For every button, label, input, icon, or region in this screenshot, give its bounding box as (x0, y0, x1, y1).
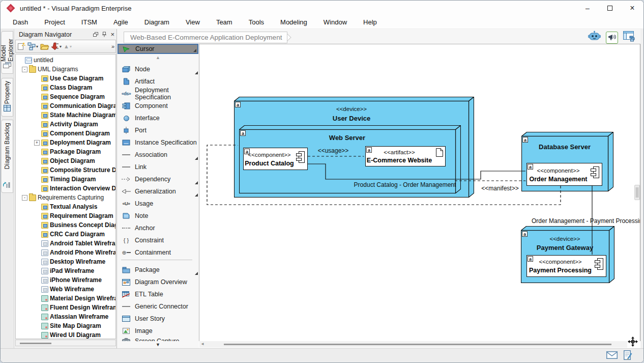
splitter-grip[interactable] (634, 185, 640, 200)
tree-item[interactable]: Requirement Diagram (16, 211, 115, 220)
menu-item[interactable]: Tools (241, 18, 272, 26)
tab-property[interactable]: Property (1, 78, 13, 117)
tool-user-story[interactable]: User Story (117, 313, 199, 325)
tree-toggle[interactable] (34, 122, 40, 127)
maximize-button[interactable] (599, 1, 621, 16)
menu-item[interactable]: Window (315, 18, 355, 26)
tool-generalization[interactable]: Generalization (117, 185, 199, 198)
tree-toggle[interactable] (34, 177, 40, 182)
toolbox-scroll-up[interactable]: ▲ (117, 55, 199, 60)
tool-cursor[interactable]: Cursor (118, 44, 198, 54)
announcement-icon[interactable] (606, 32, 618, 44)
mail-icon[interactable] (606, 351, 618, 361)
tree-item[interactable]: + Deployment Diagram (16, 138, 115, 147)
close-icon[interactable]: × (110, 32, 114, 37)
node-payment-processing[interactable]: a <<component>> Payment Processing (526, 255, 606, 277)
tree-toggle[interactable] (34, 94, 40, 100)
tree-toggle[interactable] (34, 85, 40, 91)
tool-etl-table[interactable]: ETL Table (117, 288, 199, 300)
tool-generic-connector[interactable]: Generic Connector (117, 300, 199, 313)
menu-item[interactable]: Dash (5, 18, 36, 26)
tree-horizontal-scrollbar[interactable] (15, 340, 116, 346)
menu-item[interactable]: Help (355, 18, 385, 26)
tool-containment[interactable]: ⊕ Containment (117, 246, 199, 259)
menu-item[interactable]: Agile (105, 18, 136, 26)
tool-deployment-specification[interactable]: «ds» Deployment Specification (117, 88, 199, 100)
tree-toggle[interactable] (18, 58, 23, 63)
menu-item[interactable]: ITSM (73, 18, 105, 26)
tree-item[interactable]: Interaction Overview Diagram (16, 184, 115, 193)
tree-toggle[interactable] (34, 332, 40, 338)
float-icon[interactable] (93, 32, 98, 37)
toolbar-overflow-icon[interactable]: » (111, 43, 114, 49)
tool-instance-specification[interactable]: Instance Specification (117, 136, 199, 149)
tree-item[interactable]: Android Tablet Wireframe (16, 239, 115, 248)
tree-item[interactable]: Wired UI Diagram (16, 330, 115, 339)
node-product-catalog[interactable]: a <<component>> Product Catalog (243, 148, 308, 170)
tool-usage[interactable]: «U» Usage (117, 198, 199, 210)
tree-toggle[interactable] (34, 314, 40, 320)
tree-toggle[interactable]: - (22, 195, 27, 201)
tree-toggle[interactable] (34, 305, 40, 311)
tree-toggle[interactable] (34, 103, 40, 109)
tree-toggle[interactable] (34, 296, 40, 301)
tree-item[interactable]: iPad Wireframe (16, 266, 115, 275)
tree-item[interactable]: iPhone Wireframe (16, 275, 115, 285)
sort-az-icon[interactable]: ▾ (51, 42, 62, 50)
tool-diagram-overview[interactable]: Diagram Overview (117, 276, 199, 288)
tool-component[interactable]: Component (117, 100, 199, 112)
tree-item[interactable]: Fluent Design Wireframe (16, 303, 115, 312)
tree-toggle[interactable] (34, 222, 40, 228)
tool-note[interactable]: Note (117, 210, 199, 222)
tree-item[interactable]: Use Case Diagram (16, 74, 115, 83)
tree-toggle[interactable]: - (22, 67, 27, 72)
menu-item[interactable]: Project (36, 18, 73, 26)
tree-item[interactable]: Business Concept Diagram (16, 220, 115, 230)
tree-item[interactable]: Site Map Diagram (16, 321, 115, 330)
tree-toggle[interactable] (34, 113, 40, 118)
tree-toggle[interactable] (34, 158, 40, 164)
toolbox-scroll-down[interactable]: ▼ (117, 341, 199, 348)
tree-toggle[interactable] (34, 213, 40, 219)
tree-item[interactable]: Sequence Diagram (16, 92, 115, 101)
menu-item[interactable]: View (178, 18, 208, 26)
document-edit-icon[interactable] (624, 350, 632, 362)
tool-interface[interactable]: Interface (117, 112, 199, 124)
assistant-robot-icon[interactable] (588, 31, 601, 44)
menu-item[interactable]: Diagram (136, 18, 178, 26)
tool-dependency[interactable]: Dependency (117, 173, 199, 185)
tool-association[interactable]: Association (117, 149, 199, 161)
tree-toggle[interactable] (34, 149, 40, 155)
tool-constraint[interactable]: { } Constraint (117, 234, 199, 246)
menu-item[interactable]: Team (208, 18, 241, 26)
open-folder-icon[interactable] (40, 43, 49, 50)
tree-toggle[interactable] (34, 259, 40, 265)
tree-item[interactable]: Atlassian Wireframe (16, 312, 115, 321)
tool-artifact[interactable]: Artifact (117, 75, 199, 88)
tree-toggle[interactable] (34, 76, 40, 81)
tree-item[interactable]: Component Diagram (16, 129, 115, 138)
tree-toggle[interactable]: + (34, 140, 40, 146)
new-diagram-icon[interactable] (17, 42, 25, 50)
tree-item[interactable]: Android Phone Wireframe (16, 248, 115, 257)
tree-item[interactable]: Composite Structure Diagram (16, 165, 115, 175)
tree-toggle[interactable] (34, 250, 40, 256)
tree-item[interactable]: State Machine Diagram (16, 110, 115, 120)
model-structure-icon[interactable]: ▾ (27, 42, 38, 50)
diagram-canvas[interactable]: <<device>> User Device Web Server Databa… (199, 44, 640, 341)
tab-model-explorer[interactable]: Model Explorer (1, 31, 13, 74)
tree-item[interactable]: Class Diagram (16, 83, 115, 92)
tree-item[interactable]: Timing Diagram (16, 175, 115, 184)
tool-port[interactable]: Port (117, 124, 199, 136)
tree-toggle[interactable] (34, 186, 40, 191)
tab-diagram-backlog[interactable]: Diagram Backlog (1, 120, 13, 193)
pan-tool-icon[interactable] (628, 337, 638, 349)
tree-toggle[interactable] (34, 204, 40, 210)
tree-toggle[interactable] (34, 287, 40, 292)
collapse-up-icon[interactable]: ▲ ▾ (64, 43, 72, 49)
node-order-management[interactable]: a <<component>> Order Management (526, 163, 602, 186)
tree-item[interactable]: Textual Analysis (16, 202, 115, 211)
tree-item[interactable]: Package Diagram (16, 147, 115, 156)
tree-toggle[interactable] (34, 268, 40, 274)
layout-panels-icon[interactable] (623, 31, 635, 44)
